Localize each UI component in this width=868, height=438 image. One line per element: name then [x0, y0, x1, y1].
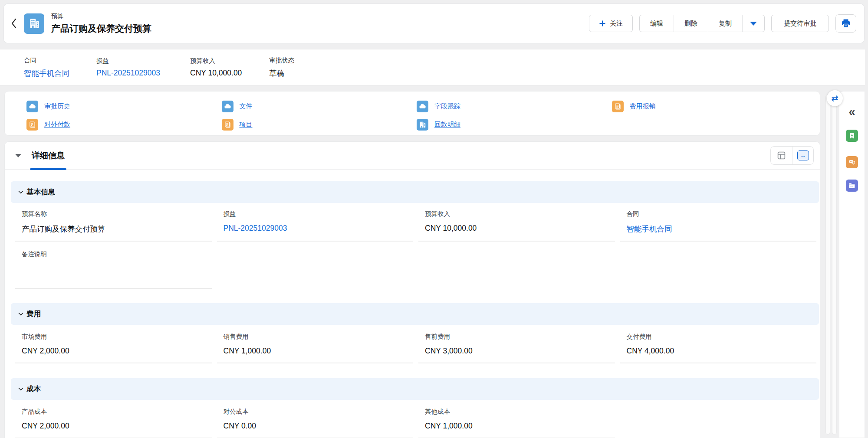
contract-link[interactable]: 智能手机合同 [24, 68, 96, 78]
field-value: CNY 1,000.00 [425, 422, 615, 431]
files-folder-icon[interactable] [846, 180, 858, 192]
field-label: 损益 [224, 210, 414, 218]
field-delivery-expense: 交付费用 CNY 4,000.00 [620, 332, 817, 363]
chevron-down-icon [18, 312, 23, 316]
scrollbar-track[interactable] [825, 95, 830, 435]
summary-field-approval-status: 审批状态 草稿 [269, 56, 294, 78]
field-label: 对公成本 [224, 408, 414, 416]
field-value: CNY 0.00 [224, 422, 414, 431]
summary-field-contract: 合同 智能手机合同 [24, 56, 96, 78]
cloud-icon [417, 101, 428, 112]
field-value: CNY 3,000.00 [425, 346, 615, 356]
section-title: 基本信息 [26, 187, 55, 197]
related-link-field-tracking[interactable]: 字段跟踪 [417, 101, 612, 112]
field-label: 交付费用 [627, 333, 817, 341]
field-contract: 合同 智能手机合同 [620, 209, 817, 242]
report-icon [612, 101, 624, 112]
field-value: CNY 2,000.00 [22, 346, 212, 356]
section-header-basic-info[interactable]: 基本信息 [11, 181, 819, 203]
related-link-outbound-payment[interactable]: 对外付款 [26, 119, 222, 131]
related-link-approval-history[interactable]: 审批历史 [26, 101, 222, 112]
toolbar: 关注 编辑 删除 复制 提交待审批 [589, 14, 856, 33]
field-value: CNY 2,000.00 [22, 422, 212, 431]
print-button[interactable] [835, 14, 856, 33]
swap-panel-button[interactable]: ⇄ [827, 90, 843, 106]
field-label: 销售费用 [224, 333, 414, 341]
field-value: 产品订购及保养交付预算 [22, 224, 212, 234]
related-link-payment-detail[interactable]: 回款明细 [417, 119, 612, 131]
fit-width-toggle[interactable]: ↔ [792, 147, 813, 164]
collapse-panel-icon[interactable]: « [848, 106, 855, 118]
highlight-panel: 合同 智能手机合同 损益 PNL-20251029003 预算收入 CNY 10… [0, 49, 865, 85]
section-header-expenses[interactable]: 费用 [11, 303, 819, 325]
field-label: 预算名称 [22, 210, 212, 218]
field-budget-name: 预算名称 产品订购及保养交付预算 [15, 209, 212, 242]
cloud-icon [26, 101, 38, 112]
cloud-icon [222, 101, 233, 112]
field-label: 审批状态 [269, 56, 294, 65]
field-label: 备注说明 [22, 250, 212, 258]
field-value [22, 264, 212, 281]
field-label: 合同 [627, 210, 817, 218]
related-link-label: 项目 [240, 121, 253, 129]
edit-button[interactable]: 编辑 [640, 15, 674, 32]
report-icon [26, 119, 38, 131]
collapse-triangle-icon[interactable] [15, 154, 21, 157]
back-chevron-icon [11, 18, 17, 29]
more-actions-button[interactable] [742, 15, 764, 32]
related-link-project[interactable]: 项目 [222, 119, 417, 131]
building-icon [417, 119, 428, 131]
field-label: 预算收入 [425, 210, 615, 218]
favorite-bookmark-icon[interactable] [846, 130, 858, 142]
summary-field-budget-income: 预算收入 CNY 10,000.00 [190, 57, 269, 78]
section-title: 成本 [26, 384, 41, 394]
page-title: 产品订购及保养交付预算 [51, 23, 151, 35]
detail-tab-row: 详细信息 ↔ [5, 142, 820, 170]
field-label: 损益 [96, 57, 190, 65]
field-label: 预算收入 [190, 57, 269, 65]
pnl-link[interactable]: PNL-20251029003 [224, 224, 414, 233]
tab-detail-info[interactable]: 详细信息 [32, 142, 65, 170]
back-button[interactable] [4, 18, 24, 29]
related-link-label: 对外付款 [44, 121, 70, 129]
chevron-down-icon [750, 22, 757, 26]
related-link-label: 费用报销 [630, 102, 656, 111]
related-link-label: 字段跟踪 [434, 102, 460, 111]
budget-module-icon [24, 13, 44, 34]
pnl-link[interactable]: PNL-20251029003 [96, 69, 190, 78]
field-other-cost: 其他成本 CNY 1,000.00 [418, 407, 615, 438]
section-header-costs[interactable]: 成本 [11, 378, 819, 400]
field-corporate-cost: 对公成本 CNY 0.00 [217, 407, 414, 438]
related-link-label: 回款明细 [434, 121, 460, 129]
contract-link[interactable]: 智能手机合同 [627, 224, 817, 234]
field-budget-income: 预算收入 CNY 10,000.00 [418, 209, 615, 242]
horizontal-arrows-icon: ↔ [797, 150, 809, 160]
detail-card: 详细信息 ↔ 基本信息 预算名称 产品订购及保养交付预算 损益 [4, 141, 820, 438]
plus-icon [599, 20, 606, 27]
copy-button[interactable]: 复制 [708, 15, 742, 32]
field-sales-expense: 销售费用 CNY 1,000.00 [217, 332, 414, 363]
field-product-cost: 产品成本 CNY 2,000.00 [15, 407, 212, 438]
related-link-files[interactable]: 文件 [222, 101, 417, 112]
scrollbar-track[interactable] [832, 95, 837, 435]
module-label: 预算 [51, 13, 151, 20]
submit-for-approval-button[interactable]: 提交待审批 [771, 15, 829, 32]
layout-grid-icon [777, 151, 786, 160]
report-icon [222, 119, 233, 131]
field-label: 其他成本 [425, 408, 615, 416]
related-lists-card: 审批历史 文件 字段跟踪 费用报销 对外付款 [4, 91, 820, 136]
field-value: CNY 4,000.00 [627, 346, 817, 356]
field-pnl: 损益 PNL-20251029003 [217, 209, 414, 242]
approval-status-value: 草稿 [269, 68, 294, 78]
field-remarks: 备注说明 [15, 249, 212, 289]
header-card: 预算 产品订购及保养交付预算 关注 编辑 删除 复制 提交待审批 [3, 3, 865, 43]
related-link-expense-report[interactable]: 费用报销 [612, 101, 807, 112]
follow-button[interactable]: 关注 [589, 15, 633, 32]
section-title: 费用 [26, 309, 41, 319]
column-layout-toggle[interactable] [771, 147, 792, 164]
delete-button[interactable]: 删除 [674, 15, 708, 32]
printer-icon [841, 18, 851, 29]
record-actions-group: 编辑 删除 复制 [639, 15, 765, 32]
budget-income-value: CNY 10,000.00 [190, 69, 269, 78]
discussion-chat-icon[interactable] [846, 156, 858, 168]
